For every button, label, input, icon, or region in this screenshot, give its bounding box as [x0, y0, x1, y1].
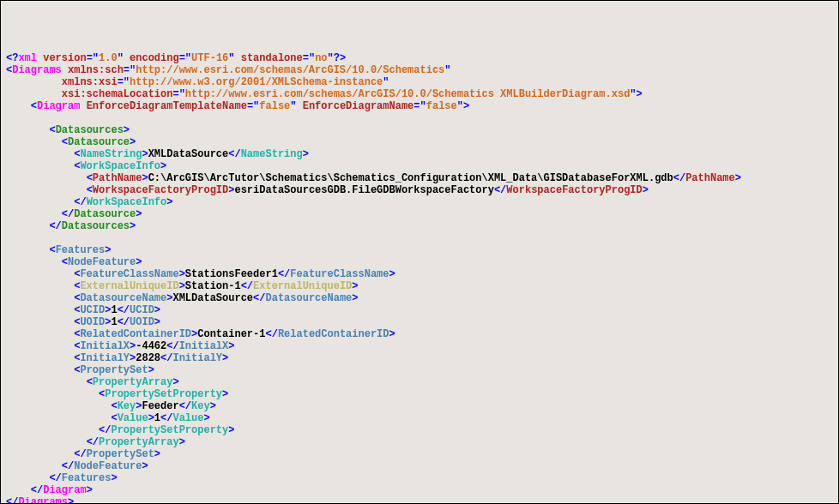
- xml-code-block: <?xml version="1.0" encoding="UTF-16" st…: [6, 52, 833, 504]
